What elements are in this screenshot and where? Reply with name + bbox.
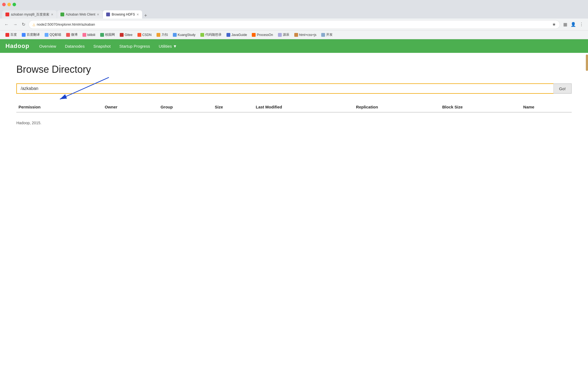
toolbar-icons: ▦ 👤 ⋮: [562, 21, 585, 28]
bookmark-weibo[interactable]: 微博: [64, 32, 80, 38]
tab-title-3: Browsing HDFS: [112, 13, 135, 16]
bookmark-label-daimasixianglu: 代码随想录: [205, 32, 222, 37]
window-minimize-button[interactable]: [7, 3, 11, 6]
bookmark-favicon-daimasixianglu: [200, 33, 204, 37]
bookmark-favicon-javaguide: [226, 33, 230, 37]
bookmark-label-javaguide: JavaGuide: [231, 33, 247, 37]
tab-close-3[interactable]: ×: [137, 12, 139, 17]
bookmark-label-qq: QQ邮箱: [50, 32, 61, 37]
bookmark-label-kuangstudy: KuangStudy: [178, 33, 195, 37]
tab-baidu-search[interactable]: azkaban mysql8_百度搜索 ×: [2, 10, 57, 19]
title-bar: [0, 0, 588, 9]
tabs-bar: azkaban mysql8_百度搜索 × Azkaban Web Client…: [0, 9, 588, 19]
bookmark-favicon-dev: [321, 33, 325, 37]
bookmark-qq[interactable]: QQ邮箱: [42, 32, 63, 38]
bookmark-favicon-baidu: [5, 33, 9, 37]
bookmark-label-bilibili: bilibili: [87, 33, 95, 37]
scrollbar[interactable]: [586, 54, 588, 71]
tab-favicon-2: [60, 13, 64, 16]
bookmark-label-htmlcssjs: html+css+js: [299, 33, 316, 37]
bookmark-gitee[interactable]: Gitee: [118, 32, 135, 38]
bookmark-kuangstudy[interactable]: KuangStudy: [171, 32, 198, 38]
directory-table: Permission Owner Group Size Last Modifie…: [16, 102, 572, 113]
bookmark-htmlcssjs[interactable]: html+css+js: [292, 32, 318, 38]
nav-datanodes[interactable]: Datanodes: [60, 39, 89, 53]
bookmark-favicon-qq: [45, 33, 48, 37]
bookmarks-bar: 百度 百度翻译 QQ邮箱 微博 bilibili 校园网 Gitee CSDN: [0, 31, 588, 39]
tab-close-1[interactable]: ×: [51, 12, 53, 17]
new-tab-button[interactable]: +: [143, 13, 149, 19]
bookmark-favicon-weibo: [66, 33, 70, 37]
hadoop-logo: Hadoop: [5, 43, 29, 50]
bookmark-javaguide[interactable]: JavaGuide: [224, 32, 249, 38]
bookmark-favicon-yuanchen: [278, 33, 282, 37]
bookmark-campus[interactable]: 校园网: [98, 32, 117, 38]
bookmark-label-processon: ProcessOn: [257, 33, 273, 37]
nav-utilities[interactable]: Utilities ▼: [154, 39, 181, 53]
bookmark-favicon-htmlcssjs: [294, 33, 298, 37]
table-header-row: Permission Owner Group Size Last Modifie…: [16, 102, 572, 112]
nav-startup-progress[interactable]: Startup Progress: [115, 39, 154, 53]
bookmark-dev[interactable]: 开发: [319, 32, 335, 38]
extensions-button[interactable]: ▦: [562, 21, 568, 28]
bookmark-star-icon[interactable]: ★: [552, 22, 556, 27]
bookmark-leetcode[interactable]: 力扣: [154, 32, 170, 38]
bookmark-favicon-gitee: [120, 33, 124, 37]
bookmark-csdn[interactable]: CSDN: [135, 32, 154, 38]
forward-button[interactable]: →: [12, 21, 19, 28]
bookmark-label-weibo: 微博: [71, 32, 78, 37]
path-input[interactable]: [16, 83, 553, 94]
search-bar-row: Go!: [16, 83, 572, 94]
profile-button[interactable]: 👤: [569, 21, 577, 28]
tab-close-2[interactable]: ×: [97, 12, 99, 17]
tab-browsing-hdfs[interactable]: Browsing HDFS ×: [103, 10, 142, 19]
window-maximize-button[interactable]: [13, 3, 16, 6]
bookmark-label-yuanchen: 源辰: [283, 32, 289, 37]
menu-button[interactable]: ⋮: [578, 21, 585, 28]
bookmark-translate[interactable]: 百度翻译: [20, 32, 42, 38]
main-content: Browse Directory Go! Permission Owner Gr…: [0, 53, 588, 216]
tab-azkaban[interactable]: Azkaban Web Client ×: [57, 10, 103, 19]
bookmark-daimasixianglu[interactable]: 代码随想录: [198, 32, 224, 38]
tab-favicon-1: [5, 13, 9, 16]
browser-frame: azkaban mysql8_百度搜索 × Azkaban Web Client…: [0, 0, 588, 216]
back-button[interactable]: ←: [3, 21, 10, 28]
bookmark-label-translate: 百度翻译: [27, 32, 40, 37]
col-size: Size: [213, 102, 253, 112]
window-close-button[interactable]: [2, 3, 6, 6]
bookmark-label-campus: 校园网: [105, 32, 115, 37]
nav-overview[interactable]: Overview: [35, 39, 61, 53]
refresh-button[interactable]: ↻: [21, 21, 26, 28]
bookmark-favicon-bilibili: [82, 33, 86, 37]
col-name: Name: [521, 102, 572, 112]
nav-snapshot[interactable]: Snapshot: [89, 39, 115, 53]
col-replication: Replication: [354, 102, 440, 112]
bookmark-favicon-campus: [100, 33, 104, 37]
bookmark-label-baidu: 百度: [10, 32, 17, 37]
bookmark-label-gitee: Gitee: [125, 33, 133, 37]
bookmark-processon[interactable]: ProcessOn: [250, 32, 275, 38]
window-controls: [2, 3, 16, 6]
url-text: node2:50070/explorer.html#/azkaban: [37, 22, 550, 26]
bookmark-favicon-translate: [22, 33, 26, 37]
bookmark-label-leetcode: 力扣: [161, 32, 168, 37]
bookmark-favicon-kuangstudy: [173, 33, 177, 37]
footer-text: Hadoop, 2015.: [16, 121, 572, 125]
bookmark-baidu[interactable]: 百度: [3, 32, 19, 38]
bookmark-favicon-leetcode: [157, 33, 160, 37]
tab-title-2: Azkaban Web Client: [66, 13, 96, 16]
address-bar: ← → ↻ △ node2:50070/explorer.html#/azkab…: [0, 19, 588, 31]
col-block-size: Block Size: [440, 102, 521, 112]
utilities-dropdown-icon: ▼: [173, 44, 177, 48]
go-button[interactable]: Go!: [553, 83, 572, 94]
security-icon: △: [33, 23, 35, 26]
bookmark-favicon-processon: [252, 33, 256, 37]
col-last-modified: Last Modified: [253, 102, 354, 112]
bookmark-yuanchen[interactable]: 源辰: [276, 32, 292, 38]
url-bar[interactable]: △ node2:50070/explorer.html#/azkaban ★: [29, 20, 560, 29]
bookmark-bilibili[interactable]: bilibili: [80, 32, 97, 38]
page-title: Browse Directory: [16, 64, 572, 75]
col-group: Group: [158, 102, 213, 112]
bookmark-favicon-csdn: [137, 33, 141, 37]
col-owner: Owner: [103, 102, 158, 112]
